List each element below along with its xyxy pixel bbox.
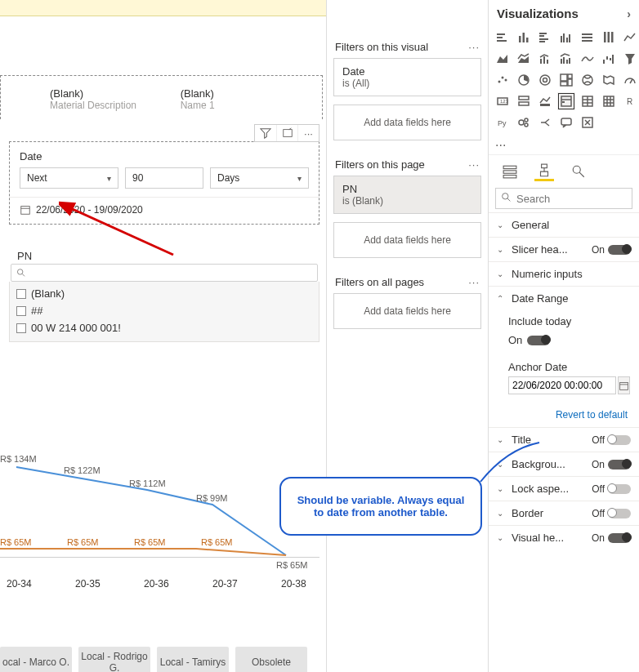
line-clustered-icon[interactable] <box>557 50 575 68</box>
clustered-column-icon[interactable] <box>557 29 575 47</box>
hundred-column-icon[interactable] <box>600 29 618 47</box>
line-chart-icon[interactable] <box>621 29 639 47</box>
toggle-switch[interactable]: On <box>592 244 631 256</box>
svg-point-42 <box>543 78 547 82</box>
qa-visual-icon[interactable] <box>557 113 575 131</box>
pn-slicer[interactable]: PN (Blank) ## 00 W 214 000 001! <box>9 243 320 342</box>
relative-select[interactable]: Next ▾ <box>20 167 118 189</box>
revert-to-default-link[interactable]: Revert to default <box>489 403 639 427</box>
toggle-switch[interactable]: On <box>592 459 631 470</box>
count-input[interactable]: 90 <box>125 167 203 189</box>
list-item[interactable]: (Blank) <box>16 285 312 302</box>
format-tab-icon[interactable] <box>534 162 554 181</box>
line-chart[interactable]: R$ 134M R$ 122M R$ 112M R$ 99M R$ 65M R$… <box>0 451 326 590</box>
format-section-lock-aspect[interactable]: ⌄ Lock aspe... Off <box>489 476 639 501</box>
filter-card[interactable]: Date is (All) <box>333 58 481 96</box>
section-label: General <box>512 219 631 231</box>
format-section-date-range[interactable]: ⌃ Date Range <box>489 286 639 310</box>
svg-line-73 <box>545 122 549 126</box>
stacked-column-icon[interactable] <box>515 29 533 47</box>
scatter-icon[interactable] <box>494 71 512 89</box>
unit-select[interactable]: Days ▾ <box>210 167 309 189</box>
filter-dropzone[interactable]: Add data fields here <box>333 293 481 329</box>
more-options-icon[interactable]: ··· <box>468 158 480 171</box>
filter-icon[interactable] <box>255 125 276 141</box>
chevron-right-icon[interactable]: › <box>627 7 631 20</box>
stacked-bar-icon[interactable] <box>494 29 512 47</box>
checkbox[interactable] <box>16 289 26 299</box>
stacked-area-icon[interactable] <box>515 50 533 68</box>
custom-visual-icon[interactable] <box>579 113 597 131</box>
table-visual-header[interactable]: (Blank) Material Description (Blank) Nam… <box>0 75 323 119</box>
category-label: 20-35 <box>75 578 101 590</box>
area-chart-icon[interactable] <box>494 50 512 68</box>
list-item[interactable]: ## <box>16 302 312 319</box>
toggle-switch[interactable]: Off <box>592 508 631 519</box>
clustered-bar-icon[interactable] <box>536 29 554 47</box>
hundred-bar-icon[interactable] <box>579 29 597 47</box>
toggle-switch[interactable]: Off <box>592 483 631 495</box>
checkbox[interactable] <box>16 323 26 333</box>
slicer-icon[interactable] <box>557 92 575 110</box>
filter-button[interactable]: ocal - Marco O. <box>0 647 72 672</box>
funnel-icon[interactable] <box>621 50 639 68</box>
format-section-numeric[interactable]: ⌄ Numeric inputs <box>489 261 639 286</box>
format-section-slicer-header[interactable]: ⌄ Slicer hea... On <box>489 237 639 261</box>
ribbon-chart-icon[interactable] <box>579 50 597 68</box>
more-options-icon[interactable]: ··· <box>297 125 319 141</box>
filter-dropzone[interactable]: Add data fields here <box>333 222 481 258</box>
fields-tab-icon[interactable] <box>500 162 520 181</box>
treemap-icon[interactable] <box>557 71 575 89</box>
anchor-date-input[interactable] <box>508 376 616 394</box>
pie-icon[interactable] <box>515 71 533 89</box>
format-section-background[interactable]: ⌄ Backgrou... On <box>489 452 639 476</box>
focus-mode-icon[interactable] <box>276 125 297 141</box>
waterfall-icon[interactable] <box>600 50 618 68</box>
map-icon[interactable] <box>579 71 597 89</box>
checkbox[interactable] <box>16 306 26 316</box>
more-visuals-icon[interactable]: ··· <box>489 136 639 154</box>
filter-dropzone[interactable]: Add data fields here <box>333 105 481 140</box>
more-options-icon[interactable]: ··· <box>468 276 480 288</box>
date-slicer[interactable]: ··· Date Next ▾ 90 Days ▾ 22/06/2020 - 1… <box>9 141 320 225</box>
key-influencers-icon[interactable] <box>515 113 533 131</box>
slicer-search[interactable] <box>11 264 318 282</box>
list-item[interactable]: 00 W 214 000 001! <box>16 319 312 336</box>
matrix-icon[interactable] <box>600 92 618 110</box>
svg-rect-56 <box>562 101 565 103</box>
filter-button[interactable]: Obsolete <box>235 647 307 672</box>
analytics-tab-icon[interactable] <box>569 162 588 181</box>
gauge-icon[interactable] <box>621 71 639 89</box>
card-icon[interactable]: 123 <box>494 92 512 110</box>
toggle-switch[interactable]: On <box>592 532 631 544</box>
column-subheader: Name 1 <box>181 100 215 111</box>
toggle-switch[interactable]: Off <box>592 434 631 446</box>
calendar-picker-icon[interactable] <box>618 376 630 394</box>
format-section-border[interactable]: ⌄ Border Off <box>489 501 639 525</box>
multirow-card-icon[interactable] <box>515 92 533 110</box>
format-section-general[interactable]: ⌄ General <box>489 212 639 237</box>
filter-field-name: Date <box>342 65 472 78</box>
format-search-input[interactable] <box>516 193 627 205</box>
format-search[interactable] <box>495 188 632 209</box>
kpi-icon[interactable] <box>536 92 554 110</box>
section-label: Date Range <box>512 292 631 305</box>
donut-icon[interactable] <box>536 71 554 89</box>
table-icon[interactable] <box>579 92 597 110</box>
option-label: Anchor Date <box>508 361 629 373</box>
format-section-visual-header[interactable]: ⌄ Visual he... On <box>489 525 639 550</box>
section-label: Lock aspe... <box>512 483 587 495</box>
filled-map-icon[interactable] <box>600 71 618 89</box>
filter-button[interactable]: Local - Rodrigo G. <box>78 647 150 672</box>
r-visual-icon[interactable]: R <box>621 92 639 110</box>
format-section-title[interactable]: ⌄ Title Off <box>489 427 639 452</box>
filter-button[interactable]: Local - Tamirys <box>157 647 229 672</box>
decomposition-icon[interactable] <box>536 113 554 131</box>
svg-rect-32 <box>569 58 570 64</box>
filter-card[interactable]: PN is (Blank) <box>333 176 481 214</box>
line-column-icon[interactable] <box>536 50 554 68</box>
slicer-search-input[interactable] <box>29 267 312 278</box>
include-today-toggle[interactable]: On <box>508 331 629 349</box>
more-options-icon[interactable]: ··· <box>468 41 480 53</box>
python-visual-icon[interactable]: Py <box>494 113 512 131</box>
